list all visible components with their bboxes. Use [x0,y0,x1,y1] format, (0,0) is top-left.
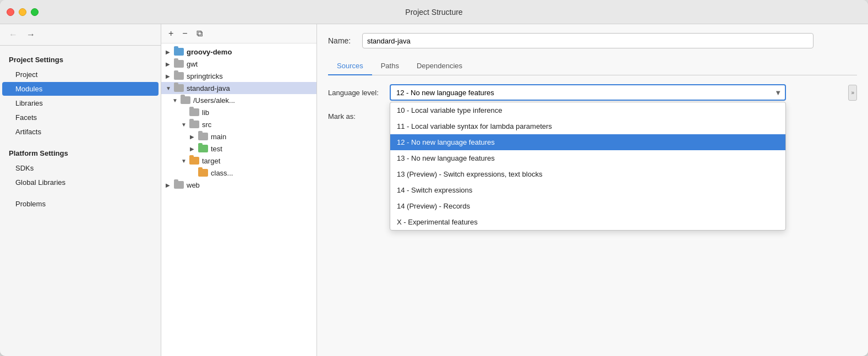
tree-label-src: src [202,121,211,129]
tree-item-gwt[interactable]: ▶ gwt [161,58,316,70]
folder-gray-icon-springtricks [173,72,184,80]
folder-orange-icon-target [189,156,200,165]
tree-arrow-main: ▶ [190,134,198,140]
sidebar-nav: ← → [0,24,161,46]
expand-button[interactable]: » [848,85,857,101]
folder-gray-icon-src [189,120,200,129]
sidebar: ← → Project Settings Project Modules Lib… [0,24,161,356]
folder-orange-icon-class [198,168,209,177]
folder-green-icon-test [198,144,209,153]
tree-arrow-springtricks: ▶ [166,73,173,79]
tree-label-web: web [187,181,200,189]
main-content: ← → Project Settings Project Modules Lib… [0,24,868,356]
tab-paths[interactable]: Paths [372,57,408,75]
sidebar-item-project[interactable]: Project [2,68,159,81]
file-tree: ▶ groovy-demo ▶ gwt ▶ [161,43,316,356]
add-module-button[interactable]: + [166,28,176,40]
window-title: Project Structure [405,8,462,17]
tabs: Sources Paths Dependencies [328,57,857,75]
title-bar: Project Structure [0,0,868,24]
tree-item-lib[interactable]: lib [161,106,316,118]
dropdown-item-14[interactable]: 14 - Switch expressions [390,182,785,198]
tree-arrow-test: ▶ [190,146,198,152]
minimize-button[interactable] [19,8,26,16]
sidebar-divider-2 [0,190,161,196]
detail-panel: Name: Sources Paths Dependencies Languag… [317,24,868,356]
sidebar-item-global-libraries[interactable]: Global Libraries [2,176,159,189]
sidebar-item-sdks[interactable]: SDKs [2,161,159,175]
close-button[interactable] [7,8,14,16]
tree-item-src[interactable]: ▼ src [161,118,316,130]
dropdown-item-10[interactable]: 10 - Local variable type inference [390,102,785,118]
sidebar-item-libraries[interactable]: Libraries [2,96,159,110]
tree-label-target: target [202,157,220,165]
tree-item-test[interactable]: ▶ test [161,143,316,155]
tree-arrow-target: ▼ [181,158,189,164]
sidebar-item-modules[interactable]: Modules [2,82,159,96]
folder-gray-icon-gwt [173,59,184,68]
language-level-dropdown: 10 - Local variable type inference 11 - … [390,102,786,231]
folder-gray-icon-users [180,96,191,105]
folder-gray-icon-web [173,180,184,189]
tab-sources[interactable]: Sources [328,57,372,75]
folder-gray-icon-main [198,132,209,141]
file-tree-toolbar: + − ⧉ [161,24,316,43]
sidebar-divider [0,139,161,146]
dropdown-item-11[interactable]: 11 - Local variable syntax for lambda pa… [390,118,785,134]
project-structure-window: Project Structure ← → Project Settings P… [0,0,868,356]
forward-button[interactable]: → [24,29,37,41]
folder-blue-icon [173,47,184,56]
dropdown-item-14-preview[interactable]: 14 (Preview) - Records [390,198,785,214]
remove-module-button[interactable]: − [179,28,190,40]
tree-item-web[interactable]: ▶ web [161,179,316,191]
dropdown-item-13-preview[interactable]: 13 (Preview) - Switch expressions, text … [390,166,785,182]
tree-item-standard-java[interactable]: ▼ standard-java [161,82,316,94]
tree-arrow-groovy-demo: ▶ [166,49,173,55]
dropdown-item-13[interactable]: 13 - No new language features [390,150,785,166]
tree-label-users-alek: /Users/alek... [193,96,235,105]
tree-label-class: class... [211,169,233,177]
tree-label-standard-java: standard-java [187,84,230,92]
mark-as-label: Mark as: [328,112,383,121]
project-settings-header: Project Settings [0,52,161,67]
tree-item-class[interactable]: class... [161,167,316,179]
platform-settings-header: Platform Settings [0,146,161,161]
tree-label-lib: lib [202,108,209,117]
sidebar-item-facets[interactable]: Facets [2,111,159,124]
dropdown-item-x[interactable]: X - Experimental features [390,214,785,230]
maximize-button[interactable] [31,8,39,16]
tree-arrow-gwt: ▶ [166,61,173,67]
traffic-lights [7,8,39,16]
sidebar-items: Project Settings Project Modules Librari… [0,46,161,218]
tree-arrow-web: ▶ [166,182,173,188]
back-button[interactable]: ← [7,29,20,41]
language-level-select[interactable]: 12 - No new language features ▼ [390,84,786,101]
file-tree-panel: + − ⧉ ▶ groovy-demo ▶ [161,24,317,356]
name-row: Name: [328,33,857,48]
sidebar-item-problems[interactable]: Problems [2,197,159,211]
tab-dependencies[interactable]: Dependencies [408,57,471,75]
tree-item-target[interactable]: ▼ target [161,155,316,167]
name-label: Name: [328,36,356,45]
folder-gray-icon-standard-java [173,84,184,92]
tree-arrow-standard-java: ▼ [166,85,173,91]
name-input[interactable] [362,33,814,48]
tree-item-main[interactable]: ▶ main [161,130,316,143]
sidebar-item-artifacts[interactable]: Artifacts [2,125,159,139]
language-level-label: Language level: [328,89,383,97]
tree-label-gwt: gwt [187,60,198,68]
language-level-row: Language level: 12 - No new language fea… [328,84,857,101]
copy-module-button[interactable]: ⧉ [194,28,205,40]
dropdown-arrow-icon: ▼ [774,89,782,97]
tree-item-groovy-demo[interactable]: ▶ groovy-demo [161,46,316,58]
tree-item-users-alek[interactable]: ▼ /Users/alek... [161,94,316,106]
tree-arrow-users-alek: ▼ [172,97,180,103]
dropdown-item-12[interactable]: 12 - No new language features [390,134,785,150]
tree-label-test: test [211,145,222,153]
tree-label-springtricks: springtricks [187,72,223,80]
tree-label-main: main [211,133,226,141]
tree-arrow-src: ▼ [181,122,189,128]
language-level-select-container: 12 - No new language features ▼ 10 - Loc… [390,84,786,101]
tree-item-springtricks[interactable]: ▶ springtricks [161,70,316,82]
folder-gray-icon-lib [189,108,200,117]
